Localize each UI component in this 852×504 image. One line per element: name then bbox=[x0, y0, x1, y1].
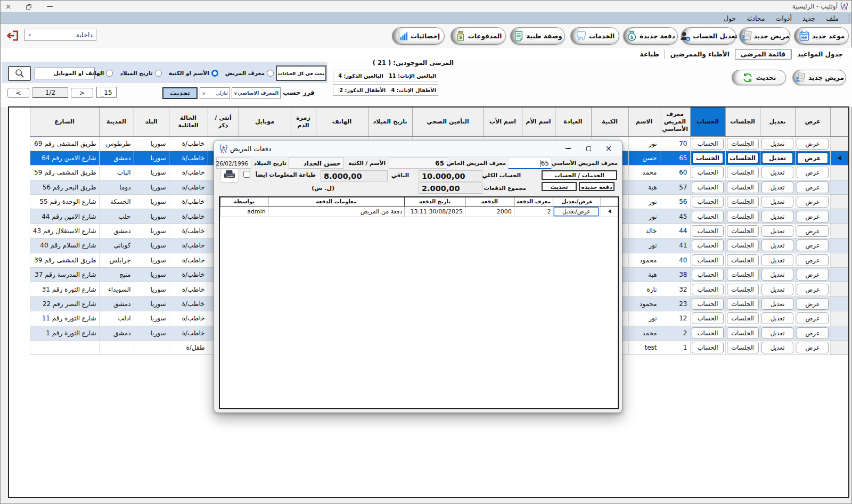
row-edit-button[interactable]: تعديل bbox=[761, 138, 793, 150]
row-selector-cell[interactable] bbox=[830, 340, 848, 354]
row-selector-cell[interactable] bbox=[830, 296, 848, 311]
row-view-button[interactable]: عرض bbox=[797, 254, 829, 266]
column-header[interactable]: المدينة bbox=[99, 108, 134, 136]
payments-button[interactable]: المدفوعات $ bbox=[450, 27, 506, 45]
row-edit-button[interactable]: تعديل bbox=[761, 152, 793, 164]
new-payment-toolbar-button[interactable]: دفعة جديدة $ bbox=[623, 27, 678, 45]
row-selector-cell[interactable] bbox=[830, 180, 848, 194]
row-account-button[interactable]: الحساب bbox=[692, 138, 724, 150]
print-info-checkbox[interactable] bbox=[243, 171, 250, 178]
exit-icon[interactable] bbox=[6, 29, 20, 43]
row-edit-button[interactable]: تعديل bbox=[761, 269, 793, 280]
column-header[interactable]: تاريخ الميلاد bbox=[368, 108, 412, 136]
row-edit-button[interactable]: تعديل bbox=[761, 196, 793, 208]
services-account-button[interactable]: الخدمات / الحساب bbox=[542, 170, 617, 180]
row-sessions-button[interactable]: الجلسات bbox=[727, 138, 759, 150]
tab-patients-list[interactable]: قائمة المرضى bbox=[735, 49, 791, 60]
row-sessions-button[interactable]: الجلسات bbox=[727, 152, 759, 164]
row-view-button[interactable]: عرض bbox=[797, 298, 829, 310]
row-view-button[interactable]: عرض bbox=[797, 138, 829, 150]
row-sessions-button[interactable]: الجلسات bbox=[727, 298, 759, 310]
page-size-input[interactable]: _15 bbox=[96, 87, 117, 98]
menu-item-about[interactable]: حول bbox=[718, 14, 741, 22]
row-view-button[interactable]: عرض bbox=[797, 269, 829, 280]
row-view-button[interactable]: عرض bbox=[797, 211, 829, 222]
radio-birthdate[interactable]: تاريخ الميلاد bbox=[120, 70, 161, 77]
column-header[interactable]: التأمين الصحي bbox=[412, 108, 484, 136]
row-edit-button[interactable]: تعديل bbox=[761, 225, 793, 237]
row-view-button[interactable]: عرض bbox=[797, 167, 829, 178]
column-header[interactable]: الاسم bbox=[628, 108, 660, 136]
dialog-maximize-icon[interactable] bbox=[578, 141, 599, 156]
row-selector-cell[interactable] bbox=[830, 253, 848, 267]
menu-item-file[interactable]: ملف bbox=[821, 14, 844, 22]
column-header[interactable]: الكنية bbox=[591, 108, 628, 136]
primary-id-input[interactable]: 65 bbox=[508, 158, 552, 169]
row-account-button[interactable]: الحساب bbox=[692, 239, 724, 251]
row-edit-button[interactable]: تعديل bbox=[761, 342, 793, 353]
row-account-button[interactable]: الحساب bbox=[692, 181, 724, 193]
row-selector-cell[interactable] bbox=[830, 238, 848, 253]
row-account-button[interactable]: الحساب bbox=[692, 298, 724, 310]
row-edit-button[interactable]: تعديل bbox=[761, 239, 793, 251]
row-selector-cell[interactable] bbox=[830, 136, 848, 151]
row-selector-column-header[interactable] bbox=[601, 197, 618, 206]
clinic-combobox[interactable]: داخلية ∨ bbox=[24, 29, 96, 41]
menu-item-new[interactable]: جديد bbox=[797, 14, 821, 22]
tab-print[interactable]: طباعة bbox=[635, 49, 665, 59]
sort-field-combobox[interactable]: المعرف الاساسي ∨ bbox=[232, 87, 281, 99]
row-view-button[interactable]: عرض bbox=[797, 284, 829, 295]
row-account-button[interactable]: الحساب bbox=[692, 225, 724, 237]
menu-item-tools[interactable]: أدوات bbox=[771, 14, 797, 22]
row-account-button[interactable]: الحساب bbox=[692, 312, 724, 324]
menu-item-chat[interactable]: محادثة bbox=[741, 14, 770, 22]
row-sessions-button[interactable]: الجلسات bbox=[727, 269, 759, 280]
row-sessions-button[interactable]: الجلسات bbox=[727, 225, 759, 237]
row-sessions-button[interactable]: الجلسات bbox=[727, 327, 759, 339]
statistics-button[interactable]: إحصائيات bbox=[392, 27, 445, 45]
row-view-button[interactable]: عرض bbox=[797, 181, 829, 193]
radio-patient-id[interactable]: معرف المريض bbox=[225, 70, 274, 77]
column-header[interactable]: الحساب bbox=[690, 108, 725, 136]
services-button[interactable]: الخدمات bbox=[570, 27, 619, 45]
payments-column-header[interactable]: بواسطة bbox=[220, 197, 268, 206]
payments-column-header[interactable]: معرف الدفعة bbox=[514, 197, 553, 206]
row-sessions-button[interactable]: الجلسات bbox=[727, 254, 759, 266]
column-header[interactable]: عرض bbox=[795, 108, 830, 136]
tab-appointments-schedule[interactable]: جدول المواعيد bbox=[791, 49, 848, 59]
row-selector-cell[interactable] bbox=[830, 268, 848, 282]
row-selector-cell[interactable] bbox=[830, 166, 848, 180]
column-header[interactable]: أنثى / ذكر bbox=[208, 108, 239, 136]
row-selector-cell[interactable] bbox=[830, 326, 848, 340]
row-account-button[interactable]: الحساب bbox=[692, 211, 724, 222]
row-selector-cell[interactable] bbox=[830, 224, 848, 238]
row-view-button[interactable]: عرض bbox=[797, 327, 829, 339]
row-view-button[interactable]: عرض bbox=[797, 312, 829, 324]
column-header[interactable]: تعديل bbox=[760, 108, 795, 136]
row-selector-cell[interactable] bbox=[830, 195, 848, 209]
row-view-button[interactable]: عرض bbox=[797, 225, 829, 237]
row-sessions-button[interactable]: الجلسات bbox=[727, 312, 759, 324]
new-payment-dialog-button[interactable]: دفعة جديدة bbox=[579, 182, 615, 191]
window-restore-icon[interactable] bbox=[26, 3, 32, 10]
dialog-close-icon[interactable]: × bbox=[599, 141, 619, 156]
row-view-button[interactable]: عرض bbox=[797, 342, 829, 353]
dialog-minimize-icon[interactable] bbox=[558, 141, 578, 156]
sort-order-combobox[interactable]: تنازلي ∨ bbox=[200, 87, 230, 99]
column-header[interactable]: اسم الأب bbox=[484, 108, 522, 136]
edit-account-button[interactable]: تعديل الحساب bbox=[681, 27, 736, 45]
row-sessions-button[interactable]: الجلسات bbox=[727, 284, 759, 295]
column-header[interactable]: زمرة الدم bbox=[291, 108, 316, 136]
row-account-button[interactable]: الحساب bbox=[692, 152, 724, 164]
row-sessions-button[interactable]: الجلسات bbox=[727, 342, 759, 353]
row-edit-button[interactable]: تعديل bbox=[761, 312, 793, 324]
row-account-button[interactable]: الحساب bbox=[692, 196, 724, 208]
page-prev-button[interactable]: < bbox=[7, 88, 29, 98]
radio-name-surname[interactable]: الأسم او الكنية bbox=[169, 70, 218, 77]
row-sessions-button[interactable]: الجلسات bbox=[727, 181, 759, 193]
row-view-button[interactable]: عرض bbox=[797, 196, 829, 208]
row-edit-button[interactable]: تعديل bbox=[761, 211, 793, 222]
row-edit-button[interactable]: تعديل bbox=[761, 254, 793, 266]
refresh-dialog-button[interactable]: تحديث bbox=[542, 182, 577, 191]
row-edit-button[interactable]: تعديل bbox=[761, 284, 793, 295]
